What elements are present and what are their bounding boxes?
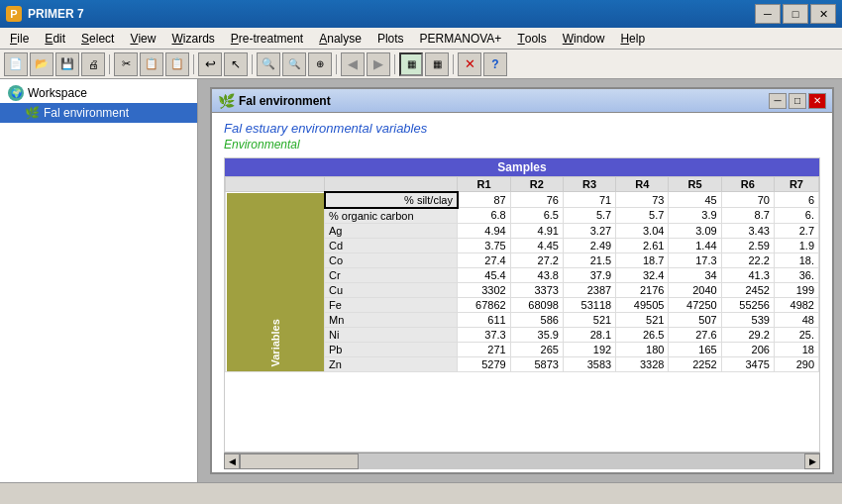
data-cell[interactable]: 26.5 [616, 327, 669, 342]
data-cell[interactable]: 521 [616, 312, 669, 327]
data-cell[interactable]: 68098 [510, 297, 563, 312]
data-cell[interactable]: 2040 [669, 282, 721, 297]
row-name-cell[interactable]: Pb [325, 342, 458, 356]
data-cell[interactable]: 5279 [458, 356, 510, 371]
data-cell[interactable]: 76 [510, 192, 563, 208]
data-cell[interactable]: 586 [510, 312, 563, 327]
grid-button[interactable]: ▦ [399, 52, 423, 76]
data-cell[interactable]: 5.7 [616, 208, 669, 224]
data-cell[interactable]: 41.3 [721, 267, 774, 282]
close-button[interactable]: ✕ [810, 4, 836, 24]
menu-help[interactable]: Help [612, 28, 653, 49]
data-cell[interactable]: 6. [774, 208, 818, 224]
data-cell[interactable]: 18.7 [616, 252, 669, 267]
data-table-wrapper[interactable]: R1 R2 R3 R4 R5 R6 R7 Variables% [225, 176, 819, 448]
minimize-button[interactable]: ─ [755, 4, 781, 24]
back-button[interactable]: ◀ [341, 52, 365, 76]
row-name-cell[interactable]: Cu [325, 282, 458, 297]
data-cell[interactable]: 27.2 [510, 252, 563, 267]
row-name-cell[interactable]: Cd [325, 238, 458, 252]
data-cell[interactable]: 206 [721, 342, 774, 356]
menu-wizards[interactable]: Wizards [163, 28, 222, 49]
cut-button[interactable]: ✂ [114, 52, 138, 76]
undo-button[interactable]: ↩ [198, 52, 222, 76]
row-name-cell[interactable]: Zn [325, 356, 458, 371]
data-cell[interactable]: 48 [774, 312, 818, 327]
data-cell[interactable]: 3583 [563, 356, 615, 371]
data-cell[interactable]: 70 [721, 192, 774, 208]
row-name-cell[interactable]: % silt/clay [325, 192, 458, 208]
forward-button[interactable]: ▶ [367, 52, 390, 76]
data-cell[interactable]: 165 [669, 342, 721, 356]
data-cell[interactable]: 3.43 [721, 223, 774, 238]
inner-maximize-button[interactable]: □ [789, 93, 806, 109]
sidebar-item-fal-environment[interactable]: 🌿 Fal environment [0, 103, 197, 123]
row-name-cell[interactable]: Cr [325, 267, 458, 282]
menu-permanova[interactable]: PERMANOVA+ [412, 28, 510, 49]
data-cell[interactable]: 18. [774, 252, 818, 267]
data-cell[interactable]: 3.75 [458, 238, 510, 252]
data-cell[interactable]: 2176 [616, 282, 669, 297]
data-cell[interactable]: 3.9 [669, 208, 721, 224]
menu-plots[interactable]: Plots [369, 28, 412, 49]
scroll-right-button[interactable]: ▶ [804, 454, 820, 469]
pointer-button[interactable]: ↖ [224, 52, 248, 76]
data-cell[interactable]: 25. [774, 327, 818, 342]
data-cell[interactable]: 35.9 [510, 327, 563, 342]
scroll-track[interactable] [240, 454, 804, 469]
data-cell[interactable]: 1.44 [669, 238, 721, 252]
data-cell[interactable]: 5873 [510, 356, 563, 371]
data-cell[interactable]: 32.4 [616, 267, 669, 282]
menu-edit[interactable]: Edit [37, 28, 73, 49]
data-cell[interactable]: 3.09 [669, 223, 721, 238]
help-button[interactable]: ? [483, 52, 507, 76]
data-cell[interactable]: 3475 [721, 356, 774, 371]
data-cell[interactable]: 265 [510, 342, 563, 356]
data-cell[interactable]: 29.2 [721, 327, 774, 342]
data-cell[interactable]: 87 [458, 192, 510, 208]
data-cell[interactable]: 49505 [616, 297, 669, 312]
data-cell[interactable]: 199 [774, 282, 818, 297]
data-cell[interactable]: 2.61 [616, 238, 669, 252]
row-name-cell[interactable]: % organic carbon [325, 208, 458, 224]
data-cell[interactable]: 6.5 [510, 208, 563, 224]
data-cell[interactable]: 521 [563, 312, 615, 327]
data-cell[interactable]: 4.45 [510, 238, 563, 252]
data-cell[interactable]: 21.5 [563, 252, 615, 267]
grid2-button[interactable]: ▦ [425, 52, 449, 76]
menu-tools[interactable]: Tools [509, 28, 554, 49]
data-cell[interactable]: 2.7 [774, 223, 818, 238]
data-cell[interactable]: 1.9 [774, 238, 818, 252]
scroll-thumb[interactable] [240, 454, 359, 469]
data-cell[interactable]: 27.4 [458, 252, 510, 267]
row-name-cell[interactable]: Fe [325, 297, 458, 312]
data-cell[interactable]: 43.8 [510, 267, 563, 282]
data-cell[interactable]: 34 [669, 267, 721, 282]
row-name-cell[interactable]: Ag [325, 223, 458, 238]
data-cell[interactable]: 37.3 [458, 327, 510, 342]
data-cell[interactable]: 6 [774, 192, 818, 208]
scroll-left-button[interactable]: ◀ [224, 454, 240, 469]
data-cell[interactable]: 18 [774, 342, 818, 356]
data-cell[interactable]: 2.49 [563, 238, 615, 252]
row-name-cell[interactable]: Co [325, 252, 458, 267]
zoom-in-button[interactable]: 🔍 [257, 52, 280, 76]
data-cell[interactable]: 180 [616, 342, 669, 356]
row-name-cell[interactable]: Mn [325, 312, 458, 327]
menu-select[interactable]: Select [73, 28, 122, 49]
data-cell[interactable]: 28.1 [563, 327, 615, 342]
copy-button[interactable]: 📋 [140, 52, 163, 76]
data-cell[interactable]: 53118 [563, 297, 615, 312]
data-cell[interactable]: 37.9 [563, 267, 615, 282]
open-button[interactable]: 📂 [30, 52, 53, 76]
data-cell[interactable]: 3.27 [563, 223, 615, 238]
menu-analyse[interactable]: Analyse [311, 28, 369, 49]
data-cell[interactable]: 22.2 [721, 252, 774, 267]
data-cell[interactable]: 8.7 [721, 208, 774, 224]
sidebar-item-workspace[interactable]: 🌍 Workspace [0, 83, 197, 103]
row-name-cell[interactable]: Ni [325, 327, 458, 342]
data-cell[interactable]: 3.04 [616, 223, 669, 238]
data-cell[interactable]: 4.91 [510, 223, 563, 238]
data-cell[interactable]: 5.7 [563, 208, 615, 224]
data-cell[interactable]: 192 [563, 342, 615, 356]
